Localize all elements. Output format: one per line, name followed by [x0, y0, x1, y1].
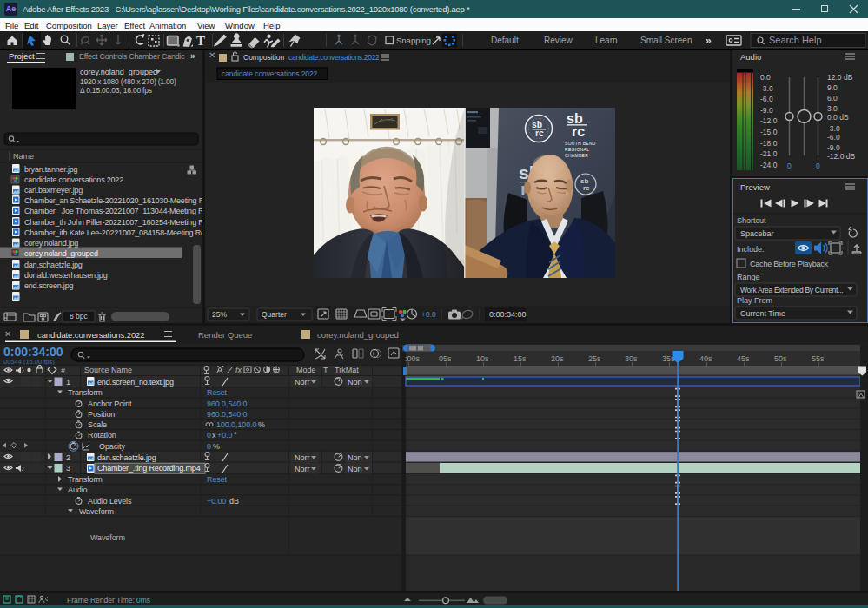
svg-text:3: 3 [66, 464, 70, 473]
svg-text:Small Screen: Small Screen [640, 36, 692, 45]
svg-text:Learn: Learn [595, 36, 618, 45]
svg-text:Effect Controls Chamber Candic: Effect Controls Chamber Candic [79, 52, 185, 61]
svg-text:20s: 20s [551, 354, 564, 363]
svg-text:0.0 dB: 0.0 dB [827, 113, 849, 122]
svg-text:Δ 0:15:00:03, 16.00 fps: Δ 0:15:00:03, 16.00 fps [80, 86, 152, 95]
svg-text:Include:: Include: [737, 245, 765, 254]
svg-text:»: » [190, 51, 195, 61]
svg-text:Chamber_.ting Recording.mp4: Chamber_.ting Recording.mp4 [97, 464, 201, 473]
svg-text:960.0,540.0: 960.0,540.0 [207, 410, 248, 419]
svg-text:candidate.conversations.2022: candidate.conversations.2022 [24, 175, 123, 184]
svg-text:°: ° [234, 431, 237, 439]
svg-text:rc: rc [572, 124, 585, 139]
svg-text:Opacity: Opacity [99, 442, 125, 451]
svg-text::00s: :00s [405, 354, 421, 363]
svg-text:Scale: Scale [88, 420, 107, 429]
svg-text:0.0: 0.0 [760, 73, 771, 82]
svg-text:0: 0 [207, 431, 211, 439]
svg-text:+0.0: +0.0 [421, 310, 436, 319]
svg-text:candidate.conversations.2022: candidate.conversations.2022 [222, 69, 318, 78]
svg-text:-6.0: -6.0 [827, 133, 840, 142]
svg-text:00544 (16.00 fps): 00544 (16.00 fps) [3, 358, 55, 366]
svg-text:25s: 25s [588, 354, 601, 363]
svg-text:55s: 55s [812, 354, 825, 363]
svg-text:%: % [258, 420, 265, 429]
svg-text:Source Name: Source Name [84, 366, 132, 374]
svg-text:40s: 40s [699, 354, 712, 363]
svg-text:Cache Before Playback: Cache Before Playback [750, 260, 829, 268]
svg-text:Audio: Audio [740, 52, 761, 62]
svg-text:Chamber_ Joe Thomas-20221007_1: Chamber_ Joe Thomas-20221007_113044-Meet… [24, 207, 202, 215]
svg-text:12.0 dB: 12.0 dB [827, 73, 853, 82]
svg-text:-24.0: -24.0 [760, 161, 778, 169]
svg-text:Work Area Extended By Current.: Work Area Extended By Current... [740, 286, 843, 294]
svg-text:corey.noland.jpg: corey.noland.jpg [24, 239, 78, 248]
svg-text:Quarter: Quarter [262, 310, 287, 319]
svg-text:rc: rc [535, 128, 544, 138]
svg-text:Audio Levels: Audio Levels [88, 497, 132, 506]
svg-text:dB: dB [229, 497, 239, 506]
svg-text:Render Queue: Render Queue [198, 330, 252, 340]
svg-text:SOUTH BEND: SOUTH BEND [565, 141, 596, 146]
svg-text:-21.0: -21.0 [760, 149, 778, 158]
svg-text:2: 2 [66, 453, 70, 462]
svg-text:Default: Default [491, 36, 519, 45]
svg-text:-6.0: -6.0 [760, 95, 773, 103]
svg-text:0:00:34:00: 0:00:34:00 [489, 310, 527, 319]
svg-text:Shortcut: Shortcut [737, 216, 766, 225]
svg-text:dan.schaetzle.jpg: dan.schaetzle.jpg [97, 453, 156, 462]
svg-text:15s: 15s [514, 354, 527, 363]
svg-text:dan.schaetzle.jpg: dan.schaetzle.jpg [24, 261, 83, 269]
svg-text:REGIONAL: REGIONAL [565, 147, 589, 152]
svg-text:Spacebar: Spacebar [740, 229, 774, 238]
svg-text:Transform: Transform [68, 475, 103, 484]
svg-text:✕: ✕ [4, 329, 11, 339]
svg-text:%: % [213, 442, 220, 451]
svg-text:Rotation: Rotation [88, 431, 116, 439]
svg-text:x: x [212, 431, 216, 439]
svg-text:-12.0: -12.0 [760, 116, 778, 125]
svg-text:Mode: Mode [296, 366, 316, 374]
svg-text:Chamber_th John Piller-2022100: Chamber_th John Piller-20221007_160254-M… [24, 218, 202, 227]
svg-text:CHAMBER: CHAMBER [565, 153, 588, 158]
svg-text:-12.0 dB: -12.0 dB [827, 152, 855, 161]
svg-text:carl.baxmeyer.jpg: carl.baxmeyer.jpg [24, 186, 83, 195]
svg-text:45s: 45s [737, 354, 750, 363]
svg-text:Audio: Audio [68, 486, 88, 494]
svg-text:+0.00: +0.00 [207, 497, 226, 506]
svg-text:candidate.conversations.2022: candidate.conversations.2022 [37, 330, 144, 340]
svg-text:donald.westerhausen.jpg: donald.westerhausen.jpg [24, 271, 108, 280]
svg-text:fx: fx [235, 366, 242, 374]
svg-text:Frame Render Time:: Frame Render Time: [67, 596, 135, 605]
svg-text:Transform: Transform [68, 388, 103, 397]
svg-text:960.0,540.0: 960.0,540.0 [207, 400, 248, 408]
svg-text:corey.noland_grouped: corey.noland_grouped [317, 330, 399, 340]
svg-text:corey.noland_grouped: corey.noland_grouped [24, 249, 98, 258]
svg-text:TrkMat: TrkMat [335, 366, 359, 374]
svg-text:✕: ✕ [209, 50, 215, 60]
svg-text:0ms: 0ms [136, 596, 150, 605]
svg-text:Reset: Reset [207, 388, 228, 397]
svg-text:#: # [61, 367, 65, 375]
svg-text:100.0,100.0: 100.0,100.0 [216, 420, 257, 429]
svg-text:Play From: Play From [737, 296, 772, 305]
svg-text:-18.0: -18.0 [760, 139, 778, 148]
svg-text:0: 0 [787, 162, 792, 170]
svg-text:-9.0: -9.0 [827, 143, 840, 152]
svg-text:Preview: Preview [740, 182, 770, 192]
svg-text:Range: Range [737, 273, 760, 281]
svg-text:Current Time: Current Time [740, 309, 785, 318]
svg-text:Name: Name [13, 152, 34, 161]
svg-text:bryan.tanner.jpg: bryan.tanner.jpg [24, 165, 78, 174]
svg-text:-3.0: -3.0 [827, 124, 840, 133]
svg-text:3.0: 3.0 [827, 104, 838, 113]
svg-text:T: T [323, 366, 328, 374]
svg-text:8 bpc: 8 bpc [70, 312, 89, 321]
svg-text:05s: 05s [439, 354, 452, 363]
svg-text:Snapping: Snapping [396, 36, 431, 45]
svg-text:Chamber_ith Kate Lee-20221007_: Chamber_ith Kate Lee-20221007_084158-Mee… [24, 228, 202, 237]
svg-text:Waveform: Waveform [79, 507, 114, 516]
svg-text:10s: 10s [476, 354, 489, 363]
svg-text:0: 0 [816, 162, 820, 170]
svg-text:+0.0: +0.0 [217, 431, 232, 439]
